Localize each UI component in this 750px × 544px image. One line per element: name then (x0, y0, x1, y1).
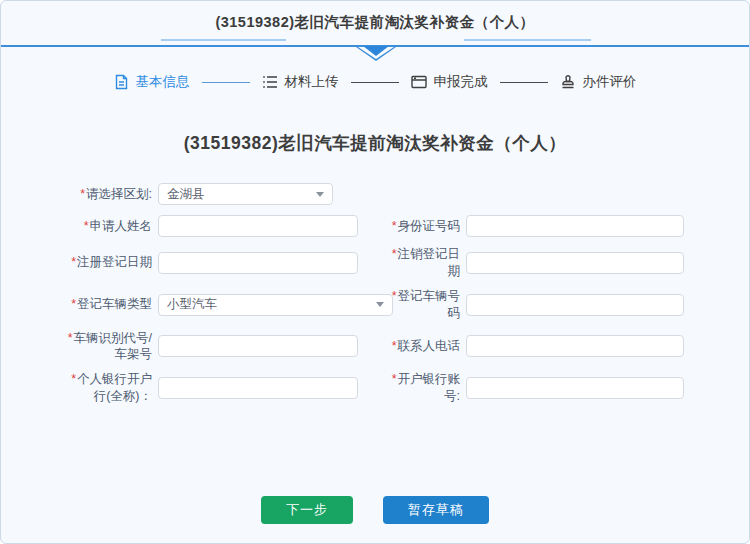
required-asterisk: * (68, 331, 73, 345)
bank-account-label: *开户银行账号: (386, 371, 460, 405)
required-asterisk: * (71, 255, 76, 269)
deregister-date-input[interactable] (466, 252, 684, 274)
step-basic-info[interactable]: 基本信息 (114, 73, 190, 91)
contact-phone-input[interactable] (466, 335, 684, 357)
register-date-label: *注册登记日期 (66, 254, 152, 271)
id-number-label: *身份证号码 (386, 218, 460, 235)
next-button[interactable]: 下一步 (261, 496, 353, 524)
step-label: 材料上传 (285, 73, 339, 91)
save-draft-button[interactable]: 暂存草稿 (383, 496, 489, 524)
step-connector (202, 82, 250, 83)
window-title: (31519382)老旧汽车提前淘汰奖补资金（个人） (1, 13, 749, 32)
step-label: 申报完成 (434, 73, 488, 91)
district-select[interactable]: 金湖县 (158, 183, 333, 205)
step-connector (351, 82, 399, 83)
step-connector (500, 82, 548, 83)
vehicle-number-input[interactable] (466, 294, 684, 316)
vehicle-type-select[interactable]: 小型汽车 (158, 294, 393, 316)
window-icon (411, 75, 427, 89)
bank-name-label: *个人银行开户行(全称)： (66, 371, 152, 405)
required-asterisk: * (392, 339, 397, 353)
required-asterisk: * (392, 289, 397, 303)
step-declaration-complete[interactable]: 申报完成 (411, 73, 488, 91)
applicant-name-input[interactable] (158, 215, 358, 237)
vehicle-type-label: *登记车辆类型 (66, 296, 152, 313)
application-form-page: (31519382)老旧汽车提前淘汰奖补资金（个人） 基本信息 材料上传 (0, 0, 750, 544)
decorative-line-left (161, 39, 286, 41)
form-row: *个人银行开户行(全称)： *开户银行账号: (66, 371, 688, 405)
required-asterisk: * (392, 219, 397, 233)
vin-input[interactable] (158, 335, 358, 357)
form-row: *请选择区划: 金湖县 (66, 182, 688, 206)
document-icon (114, 74, 129, 90)
required-asterisk: * (71, 372, 76, 386)
district-select-value: 金湖县 (167, 186, 205, 203)
contact-phone-label: *联系人电话 (386, 338, 460, 355)
vin-label: *车辆识别代号/车架号 (66, 330, 152, 364)
basic-info-form: *请选择区划: 金湖县 *申请人姓名 *身份证号码 *注册登记日期 (66, 182, 688, 413)
bank-name-input[interactable] (158, 377, 358, 399)
applicant-name-label: *申请人姓名 (66, 218, 152, 235)
required-asterisk: * (80, 187, 85, 201)
bank-account-input[interactable] (466, 377, 684, 399)
dropdown-caret-icon (316, 192, 324, 197)
dropdown-caret-icon (376, 302, 384, 307)
form-row: *登记车辆类型 小型汽车 *登记车辆号码 (66, 288, 688, 322)
form-actions: 下一步 暂存草稿 (1, 496, 749, 524)
step-evaluation[interactable]: 办件评价 (560, 73, 637, 91)
required-asterisk: * (392, 372, 397, 386)
list-icon (262, 75, 278, 89)
step-label: 基本信息 (136, 73, 190, 91)
required-asterisk: * (392, 247, 397, 261)
vehicle-number-label: *登记车辆号码 (386, 288, 460, 322)
form-row: *注册登记日期 *注销登记日期 (66, 246, 688, 280)
vehicle-type-select-value: 小型汽车 (167, 296, 217, 313)
step-label: 办件评价 (583, 73, 637, 91)
down-arrow-fill (363, 46, 389, 56)
form-row: *车辆识别代号/车架号 *联系人电话 (66, 330, 688, 364)
stamp-icon (560, 75, 576, 90)
deregister-date-label: *注销登记日期 (386, 246, 460, 280)
decorative-line-right (464, 39, 591, 41)
form-row: *申请人姓名 *身份证号码 (66, 214, 688, 238)
required-asterisk: * (84, 219, 89, 233)
step-material-upload[interactable]: 材料上传 (262, 73, 339, 91)
form-title: (31519382)老旧汽车提前淘汰奖补资金（个人） (1, 131, 749, 155)
step-indicator: 基本信息 材料上传 申报完成 (1, 69, 749, 95)
register-date-input[interactable] (158, 252, 358, 274)
required-asterisk: * (71, 297, 76, 311)
id-number-input[interactable] (466, 215, 684, 237)
district-label: *请选择区划: (66, 186, 152, 203)
